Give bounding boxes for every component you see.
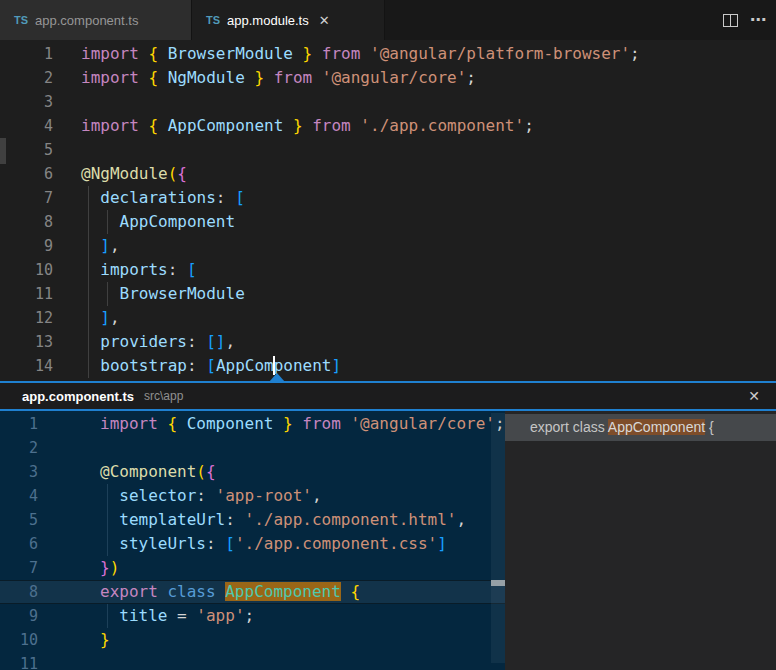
token: import: [81, 116, 148, 135]
code-line[interactable]: 6 styleUrls: ['./app.component.css']: [0, 532, 505, 556]
code-line[interactable]: 4 selector: 'app-root',: [0, 484, 505, 508]
line-number: 8: [0, 580, 38, 604]
code-line[interactable]: 10 imports: [: [0, 258, 776, 282]
code-line[interactable]: 3@Component({: [0, 460, 505, 484]
code-line[interactable]: 2import { NgModule } from '@angular/core…: [0, 66, 776, 90]
line-number: 8: [0, 210, 53, 234]
code-line[interactable]: 11 BrowserModule: [0, 282, 776, 306]
token: :: [216, 188, 235, 207]
code-text: BrowserModule: [81, 282, 245, 306]
code-text: import { NgModule } from '@angular/core'…: [81, 66, 476, 90]
line-number: 11: [0, 652, 38, 670]
token: }: [100, 630, 110, 649]
tab-app-module-ts[interactable]: TS app.module.ts ✕: [192, 0, 385, 40]
split-editor-icon[interactable]: [723, 14, 738, 27]
peek-close-icon[interactable]: ✕: [742, 388, 766, 404]
line-number: 9: [0, 234, 53, 258]
token: ): [110, 558, 120, 577]
line-number: 11: [0, 282, 53, 306]
code-line[interactable]: 2: [0, 436, 505, 460]
more-actions-icon[interactable]: ⋯: [750, 12, 766, 28]
token: import: [81, 44, 148, 63]
code-line[interactable]: 5: [0, 138, 776, 162]
editor-tab-bar: TS app.component.ts TS app.module.ts ✕ ⋯: [0, 0, 776, 40]
peek-file-path: src\app: [144, 389, 183, 403]
token: [: [206, 356, 216, 375]
token: class: [167, 582, 225, 601]
result-text: export class: [530, 419, 608, 435]
token: =: [167, 606, 196, 625]
code-line[interactable]: 7}): [0, 556, 505, 580]
result-match-highlight: AppComponent: [608, 419, 705, 435]
token: [100, 510, 119, 529]
token: BrowserModule: [120, 284, 245, 303]
peek-editor-scrollbar[interactable]: [491, 413, 505, 663]
token: ,: [456, 510, 466, 529]
line-number: 2: [0, 66, 53, 90]
code-line[interactable]: 1import { Component } from '@angular/cor…: [0, 412, 505, 436]
token: (: [196, 462, 206, 481]
code-line[interactable]: 6@NgModule({: [0, 162, 776, 186]
token: declarations: [100, 188, 216, 207]
code-line[interactable]: 9 title = 'app';: [0, 604, 505, 628]
code-line[interactable]: 12 ],: [0, 306, 776, 330]
peek-file-title: app.component.ts: [22, 389, 134, 404]
token: {: [341, 582, 360, 601]
token: ]: [100, 236, 110, 255]
code-line[interactable]: 11: [0, 652, 505, 670]
token: }: [293, 44, 312, 63]
token: title: [119, 606, 167, 625]
line-number: 1: [0, 42, 53, 66]
token: {: [167, 414, 186, 433]
token: }: [100, 558, 110, 577]
code-line[interactable]: 5 templateUrl: './app.component.html',: [0, 508, 505, 532]
token: export: [100, 582, 167, 601]
tab-app-component-ts[interactable]: TS app.component.ts: [0, 0, 192, 40]
token: {: [148, 116, 167, 135]
code-text: import { BrowserModule } from '@angular/…: [81, 42, 640, 66]
vscode-window: TS app.component.ts TS app.module.ts ✕ ⋯…: [0, 0, 776, 670]
token: [81, 212, 120, 231]
token: :: [168, 260, 187, 279]
code-line[interactable]: 13 providers: [],: [0, 330, 776, 354]
token: from: [303, 116, 361, 135]
token: Component: [187, 414, 274, 433]
line-number: 12: [0, 306, 53, 330]
code-line[interactable]: 1import { BrowserModule } from '@angular…: [0, 42, 776, 66]
code-line[interactable]: 8 AppComponent: [0, 210, 776, 234]
token: :: [187, 356, 206, 375]
editor-actions: ⋯: [723, 0, 776, 40]
code-line[interactable]: 10}: [0, 628, 505, 652]
line-number: 13: [0, 330, 53, 354]
close-tab-icon[interactable]: ✕: [319, 14, 330, 27]
token: imports: [100, 260, 167, 279]
code-line[interactable]: 8export class AppComponent {: [0, 580, 505, 604]
code-line[interactable]: 14 bootstrap: [AppComponent]: [0, 354, 776, 378]
token: }: [273, 414, 292, 433]
line-number: 7: [0, 186, 53, 210]
token: [81, 188, 100, 207]
line-number: 2: [0, 436, 38, 460]
line-number: 4: [0, 114, 53, 138]
code-line[interactable]: 4import { AppComponent } from './app.com…: [0, 114, 776, 138]
token: from: [264, 68, 322, 87]
line-number: 6: [0, 532, 38, 556]
peek-editor-app-component[interactable]: 1import { Component } from '@angular/cor…: [0, 411, 505, 670]
code-text: ],: [81, 234, 120, 258]
token: [100, 486, 119, 505]
code-line[interactable]: 3: [0, 90, 776, 114]
code-text: @NgModule({: [81, 162, 187, 186]
code-line[interactable]: 9 ],: [0, 234, 776, 258]
token: 'app-root': [216, 486, 312, 505]
code-line[interactable]: 7 declarations: [: [0, 186, 776, 210]
editor-app-module[interactable]: 1import { BrowserModule } from '@angular…: [0, 40, 776, 381]
token: :: [206, 534, 225, 553]
code-text: declarations: [: [81, 186, 245, 210]
token: ]: [331, 356, 341, 375]
reference-result-row[interactable]: export class AppComponent {: [505, 414, 776, 441]
peek-anchor-arrow-icon: [269, 373, 285, 382]
code-text: import { AppComponent } from './app.comp…: [81, 114, 534, 138]
token: [: [235, 188, 245, 207]
line-number: 5: [0, 138, 53, 162]
token: './app.component.css': [235, 534, 437, 553]
